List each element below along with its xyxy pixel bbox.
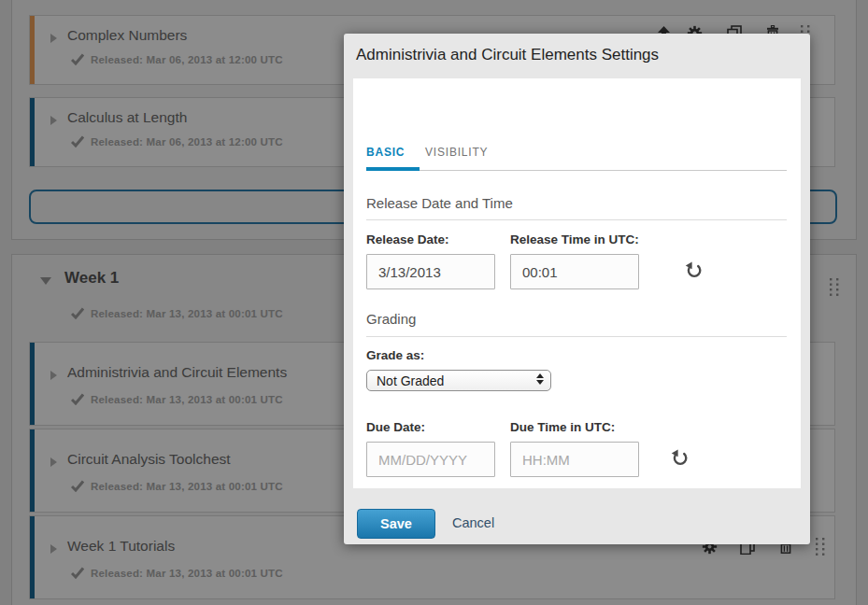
grade-as-label: Grade as: <box>366 348 424 362</box>
tab-visibility[interactable]: VISIBILITY <box>425 146 488 159</box>
section-divider <box>366 219 787 220</box>
grading-section-heading: Grading <box>366 311 416 327</box>
due-date-input[interactable] <box>366 442 495 477</box>
tab-basic[interactable]: BASIC <box>366 146 405 159</box>
grade-as-select[interactable]: Not Graded <box>366 370 551 391</box>
reset-due-icon[interactable] <box>671 449 690 468</box>
release-time-input[interactable] <box>510 254 639 289</box>
reset-release-icon[interactable] <box>685 261 704 280</box>
due-date-label: Due Date: <box>366 420 425 434</box>
active-tab-indicator <box>366 167 420 171</box>
release-section-heading: Release Date and Time <box>366 195 513 211</box>
save-button[interactable]: Save <box>357 509 435 539</box>
cancel-button[interactable]: Cancel <box>452 515 494 530</box>
select-stepper-icon <box>536 373 544 385</box>
release-date-input[interactable] <box>366 254 495 289</box>
due-time-label: Due Time in UTC: <box>510 420 615 434</box>
tab-divider <box>366 170 787 171</box>
modal-title: Administrivia and Circuit Elements Setti… <box>356 46 659 64</box>
modal-body: BASIC VISIBILITY Release Date and Time R… <box>353 78 801 488</box>
grade-as-value: Not Graded <box>377 373 444 388</box>
section-divider <box>366 336 787 337</box>
release-date-label: Release Date: <box>366 232 449 246</box>
due-time-input[interactable] <box>510 442 639 477</box>
settings-modal: Administrivia and Circuit Elements Setti… <box>344 34 810 544</box>
release-time-label: Release Time in UTC: <box>510 232 639 246</box>
